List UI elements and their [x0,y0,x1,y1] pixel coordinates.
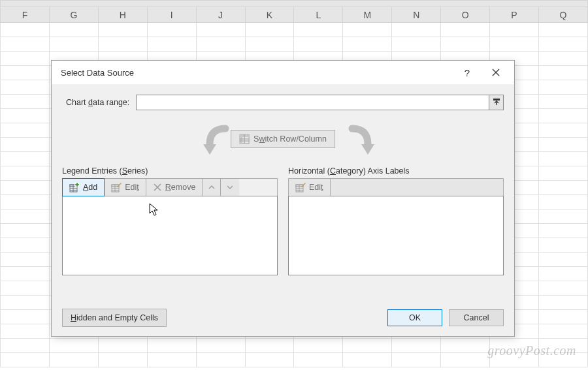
col-header[interactable]: F [1,7,50,23]
col-header[interactable]: K [245,7,294,23]
collapse-dialog-button[interactable] [489,95,503,110]
cancel-button[interactable]: Cancel [449,309,504,326]
axis-labels-label: Horizontal (Category) Axis Labels [288,166,504,176]
edit-series-button[interactable]: Edit [105,179,146,196]
remove-series-button[interactable]: Remove [146,179,203,196]
dialog-title: Select Data Source [61,68,453,78]
select-data-source-dialog: Select Data Source ? Chart data range: [51,60,515,337]
help-button[interactable]: ? [453,63,482,82]
close-button[interactable] [482,63,510,82]
chevron-down-icon [226,183,234,191]
legend-entries-listbox[interactable] [62,196,278,275]
ok-button[interactable]: OK [387,309,442,326]
edit-icon [295,182,306,193]
col-header[interactable]: M [343,7,392,23]
legend-entries-label: Legend Entries (Series) [62,166,278,176]
arrow-right-icon [342,125,378,159]
chevron-up-icon [208,183,216,191]
hidden-empty-cells-button[interactable]: Hidden and Empty Cells [62,309,167,327]
switch-row-column-button[interactable]: Switch Row/Column [231,130,335,148]
close-icon [492,69,500,76]
watermark: groovyPost.com [487,343,576,358]
col-header[interactable]: P [490,7,539,23]
col-header[interactable]: O [441,7,490,23]
col-header[interactable]: J [196,7,245,23]
col-header[interactable]: L [294,7,343,23]
chart-data-range-label: Chart data range: [62,98,129,107]
axis-labels-panel: Horizontal (Category) Axis Labels Edit [288,166,504,275]
switch-icon [239,134,250,144]
col-header[interactable]: N [392,7,441,23]
col-header[interactable]: G [49,7,98,23]
edit-axis-labels-button[interactable]: Edit [289,179,331,196]
axis-labels-listbox[interactable] [288,196,504,275]
chart-data-range-input[interactable] [137,95,489,110]
col-header[interactable]: Q [538,7,587,23]
move-up-button[interactable] [203,179,221,196]
column-headers[interactable]: F G H I J K L M N O P Q [1,7,588,23]
add-series-button[interactable]: Add [62,178,105,196]
move-down-button[interactable] [221,179,239,196]
legend-entries-panel: Legend Entries (Series) Add [62,166,278,275]
col-header[interactable]: I [147,7,196,23]
collapse-icon [493,98,500,107]
remove-icon [153,183,162,192]
titlebar[interactable]: Select Data Source ? [52,61,514,84]
edit-icon [111,182,122,193]
col-header[interactable]: H [98,7,147,23]
svg-rect-0 [493,99,500,100]
add-icon [69,182,80,193]
